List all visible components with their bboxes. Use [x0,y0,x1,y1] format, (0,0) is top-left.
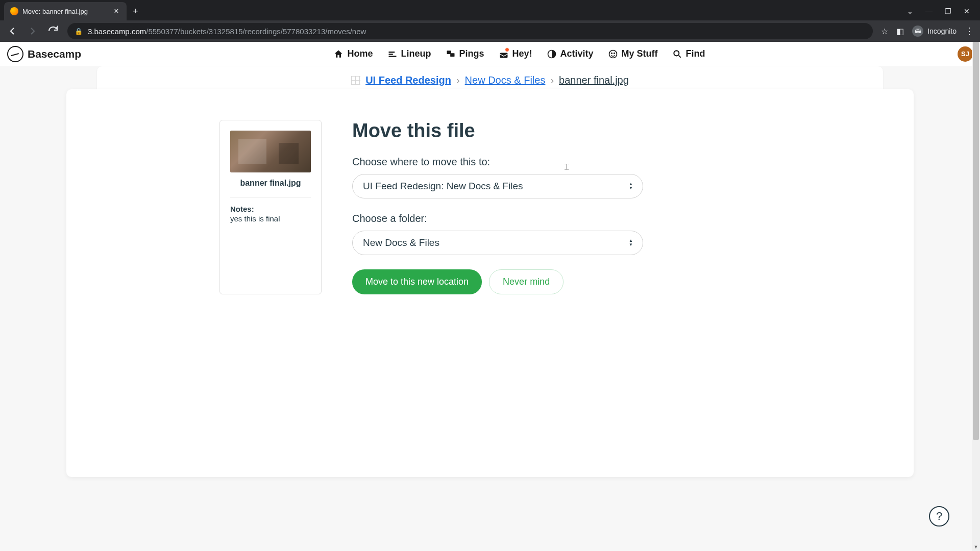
cancel-button[interactable]: Never mind [489,269,564,294]
browser-menu-icon[interactable]: ⋮ [965,26,974,37]
breadcrumb-band: UI Feed Redesign › New Docs & Files › ba… [97,66,883,92]
svg-rect-4 [450,53,454,57]
folder-select[interactable]: New Docs & Files [352,231,643,255]
notes-text: yes this is final [230,214,311,223]
new-tab-button[interactable]: + [127,2,144,20]
tab-bar: Move: banner final.jpg × + ⌄ — ❐ ✕ [0,0,980,20]
nav-home[interactable]: Home [333,48,373,59]
logo-mark-icon [7,46,23,62]
breadcrumb-section[interactable]: New Docs & Files [465,74,546,86]
reload-button[interactable] [47,25,59,37]
destination-select[interactable]: UI Feed Redesign: New Docs & Files [352,174,643,198]
scroll-down-icon[interactable]: ▼ [972,543,980,551]
file-card: banner final.jpg Notes: yes this is fina… [219,120,322,294]
mystuff-icon [608,49,618,59]
svg-point-8 [611,53,612,54]
close-window-icon[interactable]: ✕ [964,7,970,15]
nav-activity[interactable]: Activity [547,48,594,59]
url-domain: 3.basecamp.com [88,27,146,36]
svg-point-10 [674,51,679,56]
tab-title: Move: banner final.jpg [22,8,108,15]
scrollbar[interactable]: ▼ [972,42,980,551]
folder-label: Choose a folder: [352,213,761,224]
file-thumbnail [230,131,311,172]
address-bar: 🔒 3.basecamp.com/5550377/buckets/3132581… [0,20,980,42]
browser-chrome: Move: banner final.jpg × + ⌄ — ❐ ✕ 🔒 3.b… [0,0,980,42]
minimize-icon[interactable]: — [925,7,933,15]
nav-mystuff[interactable]: My Stuff [608,48,658,59]
lineup-icon [387,49,398,59]
move-button[interactable]: Move to this new location [352,269,482,294]
move-form: Move this file Choose where to move this… [352,120,761,294]
nav-hey[interactable]: Hey! [499,48,532,59]
breadcrumb-project[interactable]: UI Feed Redesign [365,74,451,86]
browser-tab[interactable]: Move: banner final.jpg × [4,2,127,20]
lock-icon: 🔒 [75,28,83,35]
main-card: banner final.jpg Notes: yes this is fina… [66,89,914,477]
search-icon [672,49,682,59]
breadcrumb: UI Feed Redesign › New Docs & Files › ba… [351,74,629,86]
maximize-icon[interactable]: ❐ [945,7,951,15]
svg-rect-0 [388,52,395,53]
notes-label: Notes: [230,205,311,213]
tab-search-icon[interactable]: ⌄ [907,7,913,15]
avatar[interactable]: SJ [958,46,973,62]
nav-lineup[interactable]: Lineup [387,48,431,59]
back-button[interactable] [6,25,18,37]
close-tab-icon[interactable]: × [112,7,120,15]
scrollbar-thumb[interactable] [973,42,979,440]
nav-find[interactable]: Find [672,48,705,59]
logo-text: Basecamp [28,48,81,60]
svg-rect-2 [388,56,396,57]
home-icon [333,49,344,59]
bookmark-star-icon[interactable]: ☆ [881,27,888,36]
svg-rect-1 [388,54,393,55]
divider [230,197,311,197]
incognito-label: Incognito [927,27,957,35]
window-controls: ⌄ — ❐ ✕ [907,2,980,20]
svg-rect-5 [500,53,507,58]
nav-pings[interactable]: Pings [446,48,484,59]
forward-button[interactable] [27,25,39,37]
file-name: banner final.jpg [230,179,311,188]
incognito-icon: 🕶 [912,26,923,37]
incognito-badge[interactable]: 🕶 Incognito [912,26,957,37]
pings-icon [446,49,456,59]
svg-point-7 [609,50,617,58]
breadcrumb-file[interactable]: banner final.jpg [559,74,629,86]
help-fab[interactable]: ? [929,506,949,527]
activity-icon [547,49,557,59]
breadcrumb-sep: › [550,74,554,86]
url-bar[interactable]: 🔒 3.basecamp.com/5550377/buckets/3132581… [67,23,873,39]
notification-dot-icon [505,47,509,52]
app-header: Basecamp Home Lineup Pings Hey! Activity… [0,42,980,66]
url-path: /5550377/buckets/31325815/recordings/577… [146,27,366,36]
tab-favicon-icon [10,7,18,15]
breadcrumb-sep: › [456,74,460,86]
grid-icon[interactable] [351,76,360,85]
page-title: Move this file [352,120,761,142]
logo[interactable]: Basecamp [7,46,81,62]
svg-point-9 [614,53,615,54]
extensions-icon[interactable]: ◧ [896,27,904,36]
main-nav: Home Lineup Pings Hey! Activity My Stuff… [333,48,705,59]
destination-label: Choose where to move this to: [352,156,761,168]
